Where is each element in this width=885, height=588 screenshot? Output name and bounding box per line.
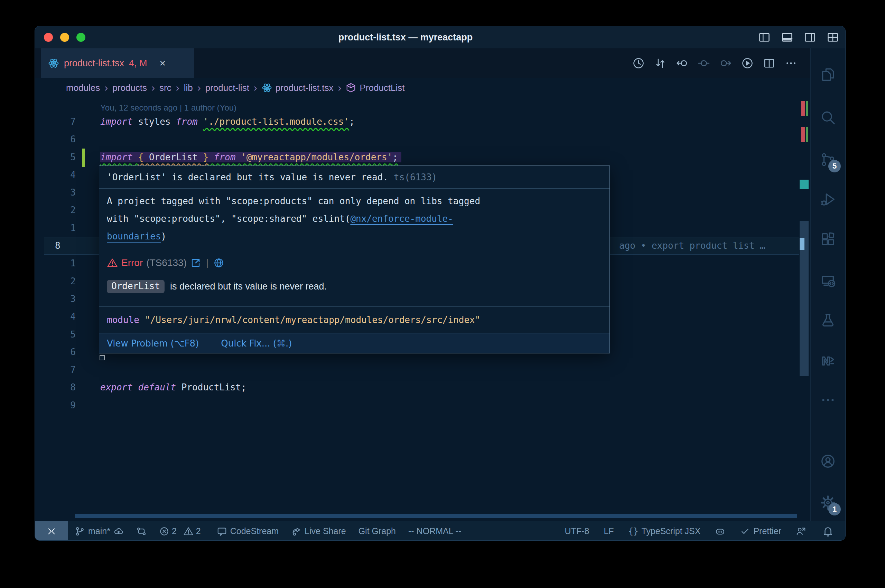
- quick-fix-action[interactable]: Quick Fix... (⌘.): [221, 338, 292, 349]
- breadcrumb-item-product-list[interactable]: product-list: [205, 82, 249, 93]
- tab-bar: product-list.tsx 4, M ×: [35, 48, 811, 78]
- code-line[interactable]: 8export default ProductList;: [35, 379, 799, 396]
- toggle-primary-sidebar-button[interactable]: [758, 31, 771, 44]
- run-file-button[interactable]: [741, 57, 754, 69]
- external-link-icon[interactable]: [190, 257, 201, 268]
- more-actions-button[interactable]: [785, 57, 797, 69]
- open-changes-button[interactable]: [654, 57, 667, 69]
- activity-item-remote-explorer[interactable]: [820, 273, 836, 288]
- breadcrumb-item-productlist[interactable]: ProductList: [346, 82, 404, 93]
- compare-item[interactable]: [136, 526, 147, 537]
- ruler-error-mark: [801, 101, 805, 116]
- tooltip-rule-text: A project tagged with "scope:products" c…: [99, 189, 610, 250]
- remote-indicator[interactable]: [35, 521, 68, 541]
- title-bar: product-list.tsx — myreactapp: [35, 26, 845, 48]
- problems-item[interactable]: 22: [159, 526, 204, 537]
- nx-rule-link[interactable]: boundaries: [107, 231, 161, 242]
- code-line[interactable]: 9: [35, 397, 799, 414]
- horizontal-scrollbar[interactable]: [75, 514, 797, 518]
- timeline-button[interactable]: [632, 57, 645, 69]
- activity-item-testing[interactable]: [820, 312, 836, 328]
- zoom-window-button[interactable]: [77, 33, 86, 42]
- activity-item-search[interactable]: [820, 110, 836, 125]
- vim-mode-item[interactable]: -- NORMAL --: [408, 526, 461, 536]
- formatter-item[interactable]: Prettier: [740, 526, 781, 537]
- copilot-icon: [715, 526, 725, 537]
- breadcrumb-item-modules[interactable]: modules: [66, 82, 100, 93]
- nx-rule-link[interactable]: @nx/enforce-module-: [350, 213, 453, 224]
- eol-item[interactable]: LF: [604, 526, 614, 536]
- activity-item-settings[interactable]: 1: [820, 495, 836, 511]
- activity-item-accounts[interactable]: [820, 453, 836, 469]
- git-compare-icon: [136, 526, 147, 537]
- tooltip-resize-handle[interactable]: [99, 355, 105, 360]
- error-code: (TS6133): [146, 257, 187, 268]
- tab-product-list[interactable]: product-list.tsx 4, M ×: [41, 48, 194, 78]
- code-line[interactable]: 6: [35, 130, 799, 148]
- nav-forward-button[interactable]: [720, 57, 732, 69]
- branch-item[interactable]: main*: [75, 526, 124, 537]
- activity-item-extensions[interactable]: [820, 231, 836, 247]
- code-line[interactable]: 5import { OrderList } from '@myreactapp/…: [35, 148, 799, 166]
- comment-icon: [217, 526, 227, 537]
- view-problem-action[interactable]: View Problem (⌥F8): [107, 338, 199, 349]
- feedback-item[interactable]: [796, 526, 806, 537]
- tooltip-title-row: 'OrderList' is declared but its value is…: [99, 166, 610, 189]
- breadcrumb-separator: ›: [104, 82, 108, 94]
- activity-item-nx-console[interactable]: [820, 352, 836, 368]
- ruler-selection-mark: [799, 180, 808, 189]
- vscode-window: product-list.tsx — myreactapp product-li…: [35, 26, 846, 541]
- line-number: 8: [55, 237, 86, 255]
- line-number: 3: [45, 184, 76, 201]
- minimize-window-button[interactable]: [60, 33, 69, 42]
- activity-item-more-views[interactable]: [820, 392, 836, 408]
- check-icon: [740, 526, 750, 537]
- breadcrumb-separator: ›: [254, 82, 257, 94]
- code-line[interactable]: 7import styles from './product-list.modu…: [35, 113, 799, 130]
- split-editor-button[interactable]: [763, 57, 775, 69]
- git-added-gutter-bar: [82, 148, 85, 167]
- language-item[interactable]: {}TypeScript JSX: [628, 526, 701, 536]
- editor-actions: [632, 48, 797, 78]
- live-share-item[interactable]: Live Share: [291, 526, 346, 537]
- tooltip-error-code: ts(6133): [394, 172, 437, 182]
- nav-current-button[interactable]: [698, 57, 710, 69]
- tab-label: product-list.tsx: [64, 58, 124, 69]
- activity-item-explorer[interactable]: [820, 67, 836, 82]
- breadcrumb-item-products[interactable]: products: [112, 82, 147, 93]
- toggle-secondary-sidebar-button[interactable]: [804, 31, 816, 44]
- line-number: 5: [45, 148, 76, 166]
- warning-triangle-icon: [107, 257, 118, 268]
- close-icon[interactable]: ×: [160, 57, 166, 69]
- ruler-added-mark: [806, 127, 808, 142]
- nav-back-button[interactable]: [676, 57, 688, 69]
- feedback-icon: [796, 526, 806, 537]
- notifications-item[interactable]: [810, 521, 845, 541]
- activity-item-run-debug[interactable]: [820, 191, 836, 207]
- globe-icon[interactable]: [213, 257, 224, 268]
- breadcrumb: modules›products›src›lib›product-list›pr…: [35, 78, 811, 98]
- selection-highlight: import { OrderList } from '@myreactapp/m…: [100, 152, 401, 162]
- breadcrumb-item-product-list-tsx[interactable]: product-list.tsx: [262, 82, 334, 93]
- activity-item-source-control[interactable]: 5: [820, 152, 836, 168]
- encoding-item[interactable]: UTF-8: [565, 526, 589, 536]
- rule-line: boundaries): [107, 228, 602, 245]
- code-line[interactable]: 7: [35, 361, 799, 379]
- symbol-chip: OrderList: [107, 280, 165, 293]
- copilot-item[interactable]: [715, 526, 725, 537]
- cloud-upload-icon: [113, 526, 124, 537]
- codestream-item[interactable]: CodeStream: [217, 526, 279, 537]
- rule-line: A project tagged with "scope:products" c…: [107, 192, 602, 210]
- line-number: 6: [45, 130, 76, 148]
- breadcrumb-item-src[interactable]: src: [159, 82, 171, 93]
- breadcrumb-item-lib[interactable]: lib: [184, 82, 193, 93]
- codelens-blame[interactable]: You, 12 seconds ago | 1 author (You): [100, 103, 236, 112]
- git-graph-item[interactable]: Git Graph: [359, 526, 396, 536]
- close-window-button[interactable]: [44, 33, 53, 42]
- activity-bar: 51: [810, 48, 845, 521]
- line-number: 5: [45, 326, 76, 344]
- code-text: import { OrderList } from '@myreactapp/m…: [100, 148, 401, 166]
- toggle-panel-button[interactable]: [781, 31, 793, 44]
- symbol-class-icon: [346, 82, 356, 93]
- customize-layout-button[interactable]: [826, 31, 839, 44]
